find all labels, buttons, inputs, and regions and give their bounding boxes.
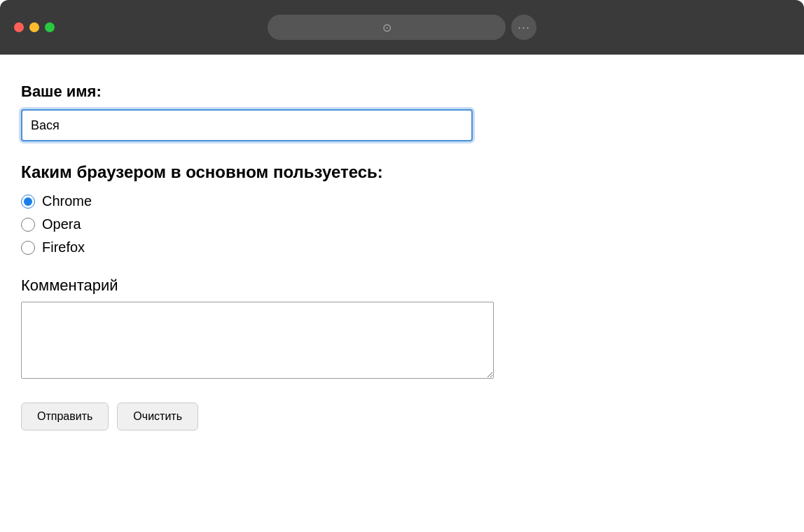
radio-opera[interactable]	[21, 218, 35, 232]
name-input[interactable]	[21, 109, 473, 141]
titlebar: ⊙ ···	[0, 0, 804, 55]
radio-label-opera: Opera	[42, 216, 81, 232]
reset-button[interactable]: Очистить	[117, 402, 198, 430]
more-icon: ···	[518, 20, 530, 35]
maximize-button[interactable]	[45, 22, 55, 32]
browser-label: Каким браузером в основном пользуетесь:	[21, 162, 783, 182]
close-button[interactable]	[14, 22, 24, 32]
radio-label-chrome: Chrome	[42, 193, 92, 209]
name-section: Ваше имя:	[21, 83, 783, 141]
browser-section: Каким браузером в основном пользуетесь: …	[21, 162, 783, 255]
submit-button[interactable]: Отправить	[21, 402, 109, 430]
address-bar[interactable]: ⊙	[268, 15, 506, 40]
buttons-row: Отправить Очистить	[21, 402, 783, 430]
comment-textarea[interactable]	[21, 302, 494, 379]
traffic-lights	[14, 22, 55, 32]
radio-label-firefox: Firefox	[42, 239, 85, 255]
browser-window: ⊙ ··· Ваше имя: Каким браузером в основн…	[0, 0, 804, 532]
radio-firefox[interactable]	[21, 241, 35, 255]
radio-group: Chrome Opera Firefox	[21, 193, 783, 255]
comment-section: Комментарий	[21, 276, 783, 382]
comment-label: Комментарий	[21, 276, 783, 295]
page-content: Ваше имя: Каким браузером в основном пол…	[0, 55, 804, 532]
more-button[interactable]: ···	[511, 15, 536, 40]
radio-item-firefox[interactable]: Firefox	[21, 239, 783, 255]
compass-icon: ⊙	[382, 21, 391, 34]
minimize-button[interactable]	[29, 22, 39, 32]
radio-chrome[interactable]	[21, 195, 35, 209]
radio-item-chrome[interactable]: Chrome	[21, 193, 783, 209]
name-label: Ваше имя:	[21, 83, 783, 101]
address-bar-area: ⊙ ···	[268, 15, 536, 40]
radio-item-opera[interactable]: Opera	[21, 216, 783, 232]
